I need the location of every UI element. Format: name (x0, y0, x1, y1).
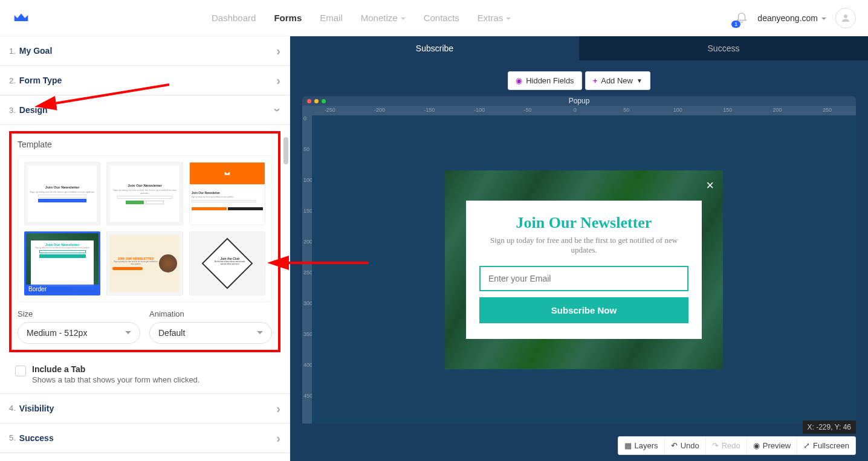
template-option-1[interactable]: Join Our NewsletterSign up today and be … (24, 162, 100, 225)
include-tab-checkbox[interactable] (15, 366, 26, 376)
traffic-light-green-icon (322, 99, 326, 103)
template-option-6[interactable]: Join the ClubBe the first to learn about… (189, 231, 265, 295)
step-label: Visibility (19, 404, 54, 413)
hidden-fields-button[interactable]: ◉ Hidden Fields (508, 71, 582, 90)
canvas[interactable]: × Join Our Newsletter Sign up today for … (312, 115, 856, 424)
preview-pane: Subscribe Success ◉ Hidden Fields + Add … (290, 36, 868, 461)
preview-toolbar: ◉ Hidden Fields + Add New ▼ (290, 60, 868, 96)
template-name-label: Border (26, 285, 99, 294)
tab-success[interactable]: Success (579, 36, 868, 60)
step-visibility[interactable]: 4. Visibility › (0, 393, 290, 424)
step-success[interactable]: 5. Success › (0, 424, 290, 453)
undo-icon: ↶ (671, 441, 678, 450)
notification-badge: 1 (731, 21, 740, 28)
template-option-3[interactable]: Join Our NewsletterSign up today for fre… (189, 162, 265, 225)
subscribe-button[interactable]: Subscribe Now (479, 297, 688, 323)
preview-tabs: Subscribe Success (290, 36, 868, 60)
domain-dropdown[interactable]: deanyeong.com (757, 13, 826, 23)
template-option-5[interactable]: JOIN OUR NEWSLETTERSign up today for fre… (106, 231, 183, 295)
bottom-toolbar: ▦Layers ↶Undo ↷Redo ◉Preview ⤢Fullscreen (618, 436, 856, 455)
design-panel: Template Join Our NewsletterSign up toda… (0, 125, 290, 358)
popup-content: Join Our Newsletter Sign up today for fr… (466, 201, 702, 339)
include-tab-label: Include a Tab (32, 364, 85, 374)
animation-label: Animation (149, 309, 272, 318)
undo-button[interactable]: ↶Undo (665, 437, 706, 454)
canvas-wrap: Popup -250 -200 -150 -100 -50 0 50 100 1… (290, 96, 868, 461)
email-input[interactable] (479, 266, 688, 291)
template-option-4-selected[interactable]: Join Our Newsletter Sign up today for fr… (24, 231, 100, 295)
nav-email[interactable]: Email (320, 13, 343, 23)
scrollbar[interactable] (283, 137, 288, 164)
header-right: 1 deanyeong.com (735, 8, 856, 28)
size-dropdown[interactable]: Medium - 512px (18, 322, 140, 344)
chrome-title: Popup (569, 97, 590, 105)
nav-forms[interactable]: Forms (274, 13, 302, 23)
step-label: Success (19, 433, 54, 443)
redo-icon: ↷ (712, 441, 719, 450)
step-form-type[interactable]: 2. Form Type › (0, 66, 290, 95)
chevron-right-icon: › (276, 432, 280, 444)
nav-contacts[interactable]: Contacts (424, 13, 459, 23)
nav-extras[interactable]: Extras (478, 13, 511, 23)
canvas-area: 0 50 100 150 200 250 300 350 400 450 × J… (302, 115, 856, 424)
eye-icon: ◉ (753, 441, 760, 450)
chevron-right-icon: › (276, 402, 280, 414)
nav-dashboard[interactable]: Dashboard (212, 13, 256, 23)
nav-monetize[interactable]: Monetize (361, 13, 406, 23)
chevron-right-icon: › (276, 74, 280, 86)
browser-chrome: Popup (302, 96, 856, 106)
size-label: Size (18, 309, 140, 318)
template-option-2[interactable]: Join Our NewsletterSign up today for fre… (106, 162, 183, 225)
preview-button[interactable]: ◉Preview (747, 437, 797, 454)
caret-down-icon: ▼ (636, 77, 643, 84)
top-header: Dashboard Forms Email Monetize Contacts … (0, 0, 868, 36)
tab-subscribe[interactable]: Subscribe (290, 36, 579, 60)
settings-sidebar: 1. My Goal › 2. Form Type › 3. Design › … (0, 36, 290, 461)
step-label: Form Type (19, 76, 62, 85)
layers-icon: ▦ (624, 441, 632, 450)
step-connect-email[interactable]: 6. Connect to Email Service › (0, 453, 290, 461)
eye-icon: ◉ (516, 76, 522, 85)
fullscreen-icon: ⤢ (803, 441, 810, 450)
svg-point-0 (844, 15, 847, 18)
chevron-right-icon: › (276, 45, 280, 57)
notifications-icon[interactable]: 1 (735, 10, 748, 25)
include-tab-row: Include a Tab Shows a tab that shows you… (0, 358, 290, 393)
plus-icon: + (593, 76, 598, 85)
traffic-light-red-icon (307, 99, 311, 103)
ruler-vertical: 0 50 100 150 200 250 300 350 400 450 (302, 115, 312, 424)
step-design[interactable]: 3. Design › (0, 95, 290, 125)
step-my-goal[interactable]: 1. My Goal › (0, 36, 290, 66)
traffic-light-yellow-icon (314, 99, 319, 103)
step-label: My Goal (19, 46, 52, 56)
chevron-down-icon: › (273, 108, 285, 112)
coordinates-display: X: -229, Y: 46 (803, 421, 857, 434)
highlight-annotation: Template Join Our NewsletterSign up toda… (9, 131, 280, 352)
template-section-label: Template (18, 140, 272, 149)
main-nav: Dashboard Forms Email Monetize Contacts … (212, 13, 735, 23)
popup-subtitle[interactable]: Sign up today for free and be the first … (479, 236, 688, 255)
close-icon[interactable]: × (706, 178, 714, 193)
ruler-horizontal: -250 -200 -150 -100 -50 0 50 100 150 200… (302, 106, 856, 115)
logo-icon[interactable] (12, 9, 30, 27)
popup-preview[interactable]: × Join Our Newsletter Sign up today for … (445, 170, 723, 369)
popup-title[interactable]: Join Our Newsletter (479, 214, 688, 232)
redo-button[interactable]: ↷Redo (706, 437, 747, 454)
fullscreen-button[interactable]: ⤢Fullscreen (797, 437, 855, 454)
step-label: Design (19, 105, 48, 115)
animation-dropdown[interactable]: Default (149, 322, 272, 344)
add-new-button[interactable]: + Add New ▼ (585, 71, 650, 90)
template-grid: Join Our NewsletterSign up today and be … (18, 155, 272, 302)
avatar-icon[interactable] (835, 8, 856, 28)
include-tab-desc: Shows a tab that shows your form when cl… (32, 375, 199, 384)
design-options-row: Size Medium - 512px Animation Default (18, 309, 272, 344)
layers-button[interactable]: ▦Layers (618, 437, 665, 454)
